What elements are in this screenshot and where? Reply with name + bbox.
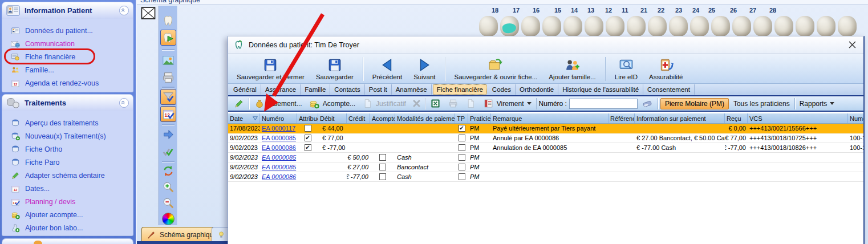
checkbox-acompte[interactable]	[379, 173, 386, 180]
document-link[interactable]: EA 0000085	[262, 164, 296, 170]
checkbox-tp[interactable]	[459, 144, 465, 151]
document-link[interactable]: EA 0000086	[262, 173, 296, 180]
document-link[interactable]: EA 0000117	[262, 125, 295, 132]
tooth-shape-17-highlighted[interactable]	[500, 16, 519, 36]
rapports-button[interactable]: Rapports	[797, 99, 837, 109]
tooth-shape[interactable]	[627, 16, 646, 36]
column-header-acompte[interactable]: Acompte	[370, 113, 395, 123]
save-open-sheet-button[interactable]: Sauvegarder & ouvrir fiche...	[449, 55, 543, 83]
checkbox-tp[interactable]	[459, 154, 465, 161]
column-header-credit[interactable]: Crédit	[347, 113, 370, 123]
document-link[interactable]: EA 0000085	[262, 135, 296, 141]
sidebar-item-donnees-du-patient[interactable]: Données du patient...	[2, 24, 133, 37]
dialog-tab-g-n-ral[interactable]: Général	[229, 84, 261, 95]
checkbox-attribue[interactable]: ✔	[305, 135, 311, 141]
excel-export-button[interactable]	[428, 97, 443, 110]
sidebar-item-fiche-financiere[interactable]: Fiche financière	[2, 50, 133, 63]
table-row[interactable]: 9/02/2023EA 0000086€ -77,00CashPM	[228, 172, 863, 182]
sidebar-item-ajouter-bon-labo[interactable]: Ajouter bon labo...	[2, 221, 133, 234]
tooth-shape[interactable]	[817, 16, 835, 36]
tooth-shape[interactable]	[542, 16, 561, 36]
edit-button[interactable]	[231, 97, 246, 110]
tooth-shape[interactable]	[753, 16, 772, 36]
tooth-shape[interactable]	[669, 16, 688, 36]
numero-input[interactable]	[569, 99, 638, 109]
tab-schema-graphique[interactable]: Schéma graphique	[141, 227, 223, 242]
column-header-attribue[interactable]: Attribué	[297, 113, 318, 123]
table-row[interactable]: 9/02/2023EA 0000085✔€ 77,00PMAnnulé par …	[228, 133, 863, 143]
all-practitioners-button[interactable]: Tous les praticiens	[731, 99, 792, 109]
tooth-shape[interactable]	[585, 16, 603, 36]
dialog-tab-famille[interactable]: Famille	[301, 84, 330, 95]
tab-notes[interactable]: No	[212, 227, 229, 242]
table-row[interactable]: 9/02/2023EA 0000085€ 27,00BancontactPM	[228, 162, 863, 172]
praticien-filter-button[interactable]: Pierre Molaire (PM)	[660, 98, 729, 109]
delete-button[interactable]	[411, 99, 423, 108]
column-header-recu[interactable]: Reçu	[725, 113, 748, 123]
sidebar-item-communication[interactable]: Communication	[2, 37, 133, 50]
tooth-shape[interactable]	[479, 16, 498, 36]
save-and-close-button[interactable]: Sauvegarder et Fermer	[232, 55, 310, 83]
dialog-tab-fiche-financi-re[interactable]: Fiche financière	[433, 84, 487, 95]
filter-icon[interactable]	[253, 115, 258, 122]
tooth-shape[interactable]	[838, 16, 857, 36]
sidebar-item-adapter-schema-dentaire[interactable]: Adapter schéma dentaire	[2, 169, 133, 182]
justificatif-button[interactable]: Justificatif	[360, 97, 408, 110]
checkbox-attribue[interactable]	[305, 125, 311, 132]
colors-button[interactable]	[160, 211, 176, 227]
table-row[interactable]: 9/02/2023EA 0000086✔€ -77,00PMAnnulation…	[228, 143, 863, 153]
checkbox-tp[interactable]	[459, 164, 465, 170]
previous-button[interactable]: Précédent	[367, 55, 407, 83]
column-header-date[interactable]: Date	[228, 113, 260, 123]
tooth-shape[interactable]	[690, 16, 709, 36]
checkbox-acompte[interactable]	[379, 164, 386, 170]
zoom-in-button[interactable]	[160, 179, 176, 195]
sidebar-item-apercu-des-traitements[interactable]: Aperçu des traitements	[2, 116, 133, 129]
column-header-numero[interactable]: Numéro	[260, 113, 297, 123]
calendar-filter-button[interactable]: 12	[160, 106, 176, 122]
column-header-modalites[interactable]: Modalités de paiement	[395, 113, 455, 123]
paiement-button[interactable]: Paiement...	[252, 97, 305, 110]
panel-layout-button[interactable]	[141, 7, 156, 19]
dialog-tab-consentement[interactable]: Consentement	[643, 84, 695, 95]
column-header-debit[interactable]: Débit	[318, 113, 347, 123]
dialog-tab-post-it[interactable]: Post it	[365, 84, 392, 95]
sidebar-item-fiche-paro[interactable]: Fiche Paro	[2, 156, 133, 169]
dialog-tab-codes[interactable]: Codes	[488, 84, 516, 95]
tooth-shape[interactable]	[606, 16, 624, 36]
acompte-button[interactable]: Acompte...	[307, 97, 358, 110]
tooth-shape[interactable]	[711, 16, 730, 36]
dialog-tab-anamn-se[interactable]: Anamnèse	[392, 84, 432, 95]
sidebar-item-fiche-ortho[interactable]: Fiche Ortho	[2, 143, 133, 156]
tooth-shape[interactable]	[774, 16, 793, 36]
column-header-reference[interactable]: Référence	[609, 113, 635, 123]
image-button[interactable]	[160, 52, 176, 68]
checkbox-tp[interactable]: ✔	[459, 125, 465, 132]
column-header-remarque[interactable]: Remarque	[491, 113, 609, 123]
tooth-shape[interactable]	[563, 16, 582, 36]
document-button[interactable]	[463, 97, 478, 110]
table-row[interactable]: 17/08/2023EA 0000117€ 44,00✔PMPayé ultér…	[228, 124, 863, 133]
checkbox-acompte[interactable]	[379, 154, 386, 161]
column-header-tp[interactable]: TP	[455, 113, 468, 123]
next-button[interactable]: Suivant	[408, 55, 440, 83]
print-schema-button[interactable]	[160, 70, 176, 86]
checkbox-tp[interactable]	[459, 173, 465, 180]
tooth-shape[interactable]	[648, 16, 667, 36]
checkbox-attribue[interactable]: ✔	[305, 144, 311, 151]
zoom-out-button[interactable]	[160, 195, 176, 211]
sidebar-item-dates[interactable]: 12Dates...	[2, 182, 133, 195]
dialog-tab-contacts[interactable]: Contacts	[330, 84, 364, 95]
read-eid-button[interactable]: Lire eID	[610, 55, 643, 83]
insurability-button[interactable]: Assurabilité	[644, 55, 688, 83]
tooth-animate-button[interactable]	[160, 30, 176, 46]
tooth-shape[interactable]	[796, 16, 814, 36]
clear-button[interactable]	[640, 97, 655, 110]
tooth-shape[interactable]	[521, 16, 540, 36]
column-header-praticien[interactable]: Praticien	[468, 113, 491, 123]
virement-button[interactable]: Virement	[481, 97, 534, 110]
dialog-tab-orthodontie[interactable]: Orthodontie	[516, 84, 558, 95]
close-icon[interactable]	[846, 39, 858, 51]
document-link[interactable]: EA 0000086	[262, 144, 296, 151]
add-family-button[interactable]: Ajouter famille...	[543, 55, 601, 83]
